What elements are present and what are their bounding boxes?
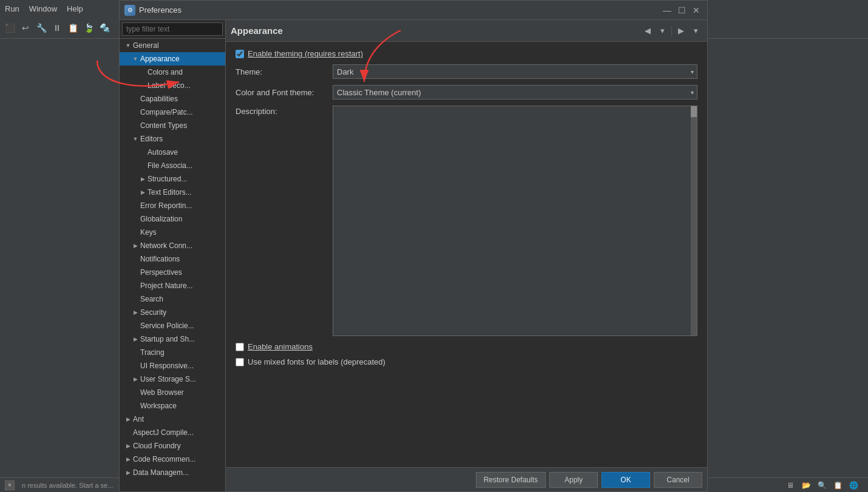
tree-item-code-recommend[interactable]: ▶Code Recommen... [120,453,225,466]
tree-label-workspace: Workspace [140,402,225,410]
toolbar-btn-5[interactable]: 📋 [66,21,80,35]
tree-expand-cloud-foundry: ▶ [124,442,132,450]
nav-forward-button[interactable]: ▶ [674,24,688,38]
tree-item-service-policie[interactable]: Service Policie... [120,319,225,332]
tree-item-notifications[interactable]: Notifications [120,252,225,266]
tree-item-data-manage[interactable]: ▶Data Managem... [120,466,225,479]
tree-expand-capabilities [132,95,139,103]
tree-item-aspectj-compile[interactable]: AspectJ Compile... [120,426,225,439]
tree-expand-perspectives [132,269,139,276]
tree-item-compare-patch[interactable]: Compare/Patc... [120,106,225,119]
use-mixed-label[interactable]: Use mixed fonts for labels (deprecated) [248,357,385,366]
tree-item-user-storage[interactable]: ▶User Storage S... [120,372,225,386]
ok-button[interactable]: OK [602,472,650,488]
toolbar-btn-4[interactable]: ⏸ [50,21,64,35]
tree-item-appearance[interactable]: ▼Appearance [120,52,225,66]
tree-item-structured[interactable]: ▶Structured... [120,172,225,186]
tree-item-content-types[interactable]: Content Types [120,119,225,132]
nav-separator [671,26,672,36]
tree-label-keys: Keys [140,228,225,237]
nav-forward-dropdown[interactable]: ▾ [689,24,702,38]
tree-label-structured: Structured... [147,175,225,183]
tree-item-globalization[interactable]: Globalization [120,212,225,226]
tree-item-tracing[interactable]: Tracing [120,346,225,359]
toolbar-btn-2[interactable]: ↩ [18,21,33,35]
tree-expand-notifications [132,255,139,263]
minimize-button[interactable]: — [661,4,673,16]
menu-help[interactable]: Help [67,4,83,13]
dialog-titlebar: ⚙ Preferences — ☐ ✕ [120,1,707,20]
status-message: n results available. Start a se... [22,482,113,489]
filter-input[interactable] [122,22,223,36]
tree-label-notifications: Notifications [140,255,225,263]
nav-back-dropdown[interactable]: ▾ [656,24,669,38]
tree-item-label-deco[interactable]: Label Deco... [120,79,225,92]
toolbar-btn-1[interactable]: ⬛ [2,21,17,35]
tree-item-network-conn[interactable]: ▶Network Conn... [120,239,225,252]
use-mixed-checkbox[interactable] [236,358,244,366]
tree-label-editors: Editors [140,135,225,143]
tree-item-capabilities[interactable]: Capabilities [120,92,225,106]
color-font-label: Color and Font theme: [236,88,333,97]
bottom-btn-1[interactable]: 🖥 [783,478,798,493]
tree-expand-error-reporting [132,202,139,209]
status-x-button[interactable]: × [5,480,15,490]
dialog-title: Preferences [139,5,661,15]
tree-item-cloud-foundry[interactable]: ▶Cloud Foundry [120,439,225,453]
description-label: Description: [236,106,333,116]
tree-container[interactable]: ▼General▼AppearanceColors andLabel Deco.… [120,39,225,491]
right-panel: Appearance ◀ ▾ ▶ ▾ Enable theming (requi… [226,20,707,491]
right-title: Appearance [231,25,283,36]
toolbar-btn-7[interactable]: 🔩 [97,21,112,35]
toolbar-btn-6[interactable]: 🍃 [81,21,96,35]
menu-run[interactable]: Run [5,4,19,13]
tree-expand-file-associa [139,162,146,169]
menu-window[interactable]: Window [29,4,57,13]
tree-item-colors-and[interactable]: Colors and [120,66,225,79]
bottom-btn-4[interactable]: 📋 [830,478,845,493]
tree-item-editors[interactable]: ▼Editors [120,132,225,146]
tree-item-web-browser[interactable]: Web Browser [120,386,225,399]
dialog-icon: ⚙ [124,5,135,16]
tree-expand-general: ▼ [124,42,132,49]
tree-expand-globalization [132,215,139,223]
enable-theming-label[interactable]: Enable theming (requires restart) [248,49,363,58]
tree-label-code-recommend: Code Recommen... [133,455,225,463]
enable-theming-checkbox[interactable] [236,50,244,58]
description-scrollbar[interactable] [691,106,697,335]
theme-select[interactable]: Dark Light Classic [333,64,697,79]
tree-item-startup-and-sh[interactable]: ▶Startup and Sh... [120,332,225,346]
bottom-btn-5[interactable]: 🌐 [846,478,861,493]
tree-item-search[interactable]: Search [120,292,225,306]
tree-item-perspectives[interactable]: Perspectives [120,266,225,279]
tree-item-security[interactable]: ▶Security [120,306,225,319]
tree-item-ant[interactable]: ▶Ant [120,413,225,426]
close-button[interactable]: ✕ [690,4,702,16]
tree-label-general: General [133,41,225,50]
enable-animations-label[interactable]: Enable animations [248,342,313,351]
apply-button[interactable]: Apply [549,472,598,488]
toolbar-btn-3[interactable]: 🔧 [34,21,49,35]
tree-item-workspace[interactable]: Workspace [120,399,225,413]
tree-label-perspectives: Perspectives [140,268,225,277]
tree-item-general[interactable]: ▼General [120,39,225,52]
tree-item-autosave[interactable]: Autosave [120,146,225,159]
tree-item-text-editors[interactable]: ▶Text Editors... [120,186,225,199]
theme-label: Theme: [236,67,333,76]
maximize-button[interactable]: ☐ [676,4,688,16]
tree-item-project-nature[interactable]: Project Nature... [120,279,225,292]
tree-item-ui-responsive[interactable]: UI Responsive... [120,359,225,372]
tree-item-error-reporting[interactable]: Error Reportin... [120,199,225,212]
tree-expand-network-conn: ▶ [132,242,139,249]
tree-item-keys[interactable]: Keys [120,226,225,239]
color-font-select[interactable]: Classic Theme (current) Default Dark The… [333,85,697,99]
tree-item-file-associa[interactable]: File Associa... [120,159,225,172]
cancel-button[interactable]: Cancel [654,472,702,488]
nav-back-button[interactable]: ◀ [641,24,654,38]
restore-defaults-button[interactable]: Restore Defaults [476,472,546,488]
bottom-btn-2[interactable]: 📂 [799,478,813,493]
tree-label-error-reporting: Error Reportin... [140,201,225,210]
enable-animations-checkbox[interactable] [236,343,244,351]
dialog-footer: Restore Defaults Apply OK Cancel [226,467,707,491]
bottom-btn-3[interactable]: 🔍 [815,478,829,493]
